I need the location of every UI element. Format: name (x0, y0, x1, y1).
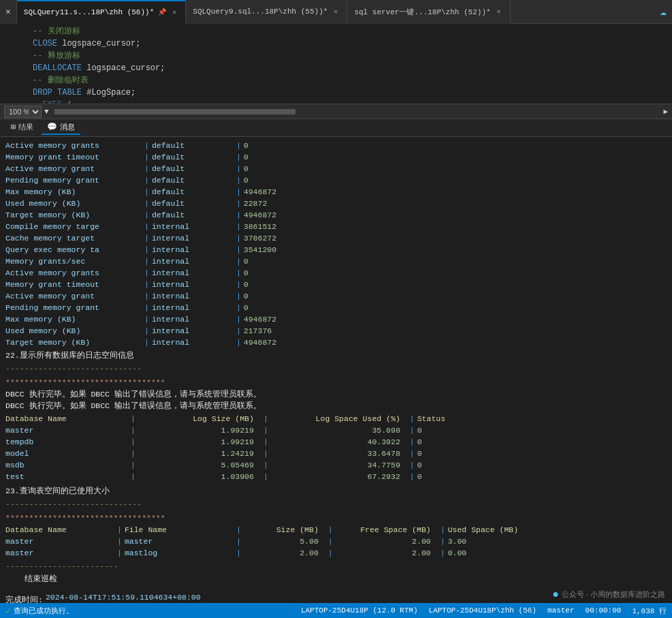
log-size-model: 1.24219 (138, 448, 261, 459)
tab-query9-close[interactable]: ✕ (332, 7, 340, 16)
tab-sqlserver-label: sql server一键...18P\zhh (52))* (354, 7, 490, 17)
editor-area[interactable]: -- 关闭游标 CLOSE logspace_cursor; -- 释放游标 D… (0, 24, 672, 104)
code-text-drop: #LogSpace; (82, 87, 135, 99)
code-keyword-close: CLOSE (33, 37, 57, 50)
col-pool: internal (152, 279, 234, 290)
space-row-master-data: master | master | 5.00 | 2.00 | 3.00 (5, 536, 667, 547)
code-keyword-exec: EXEC (42, 99, 62, 104)
space-hdr-used: Used Space (MB) (448, 524, 519, 536)
editor-line-6: DROP TABLE #LogSpace; (0, 87, 672, 99)
space-hdr-free: Free Space (MB) (336, 524, 438, 536)
col-pool: internal (152, 290, 234, 302)
table-row: Active memory grant | internal | 0 (5, 290, 667, 302)
col-val: 4946872 (244, 313, 276, 325)
col-pool: internal (152, 221, 234, 232)
col-val: 0 (244, 174, 249, 186)
section23-stars: ********************************** (5, 512, 667, 524)
log-size-master: 1.99219 (138, 424, 261, 436)
col-pool: internal (152, 267, 234, 279)
watermark-text: 公众号 · 小周的数据库进阶之路 (562, 589, 665, 600)
log-used-master: 35.098 (271, 424, 407, 436)
line-num-5 (5, 74, 25, 87)
code-keyword-deallocate: DEALLOCATE (33, 62, 82, 74)
space-file-master: master (125, 536, 234, 547)
section23-label: 23.查询表空间的已使用大小 (5, 484, 667, 498)
tab-query9-label: SQLQuery9.sql...18P\zhh (55))* (193, 7, 327, 16)
col-pool: default (152, 209, 234, 221)
col-pool: internal (152, 337, 234, 348)
section22-divider: ----------------------------- (5, 362, 667, 374)
tab-query11-close[interactable]: ✕ (170, 7, 178, 17)
col-pool: internal (152, 232, 234, 244)
table-row: Pending memory grant | default | 0 (5, 174, 667, 186)
editor-line-5: -- 删除临时表 (0, 74, 672, 87)
tab-results-label: 结果 (18, 122, 33, 132)
status-db: master (547, 606, 575, 615)
col-pool: default (152, 174, 234, 186)
table-row: Cache memory target | internal | 3786272 (5, 232, 667, 244)
code-text-deallocate: logspace_cursor; (82, 62, 165, 74)
col-val: 0 (244, 279, 249, 290)
tab-results[interactable]: ⊞ 结果 (5, 121, 39, 135)
scrollbar-thumb[interactable] (54, 109, 296, 114)
code-comment-2: -- 释放游标 (33, 50, 80, 62)
code-text-faded: ( (62, 99, 71, 104)
space-free-master: 2.00 (336, 536, 438, 547)
col-name: Used memory (KB) (5, 325, 142, 337)
col-name: Memory grants/sec (5, 256, 142, 267)
col-val: 3541200 (244, 244, 276, 256)
results-area[interactable]: Active memory grants | default | 0 Memor… (0, 137, 672, 618)
log-status-master: 0 (417, 424, 422, 436)
status-bar: ✓ 查询已成功执行。 LAPTOP-25D4U18P (12.0 RTM) LA… (0, 603, 672, 618)
scroll-right-arrow[interactable]: ▶ (663, 107, 668, 116)
line-num-1 (5, 25, 25, 37)
log-row-master: master | 1.99219 | 35.098 | 0 (5, 424, 667, 436)
log-row-test: test | 1.03906 | 67.2932 | 0 (5, 471, 667, 482)
tab-query11-label: SQLQuery11.s...18P\zhh (56))* (24, 8, 154, 16)
tab-query11[interactable]: SQLQuery11.s...18P\zhh (56))* 📌 ✕ (17, 0, 186, 24)
tab-query9[interactable]: SQLQuery9.sql...18P\zhh (55))* ✕ (186, 0, 347, 24)
table-row: Used memory (KB) | default | 22872 (5, 198, 667, 209)
table-row: Query exec memory ta | internal | 354120… (5, 244, 667, 256)
space-hdr-file: File Name (125, 524, 234, 536)
tab-sqlserver[interactable]: sql server一键...18P\zhh (52))* ✕ (347, 0, 510, 24)
col-name: Memory grant timeout (5, 279, 142, 290)
col-name: Pending memory grant (5, 174, 142, 186)
space-free-mastlog: 2.00 (336, 547, 438, 559)
end-label-row: 结束巡检 (5, 572, 667, 586)
log-db-test: test (5, 471, 128, 482)
tab-close-btn[interactable]: ✕ (0, 0, 17, 24)
col-pool: default (152, 198, 234, 209)
tab-sqlserver-close[interactable]: ✕ (495, 7, 503, 16)
col-name: Pending memory grant (5, 302, 142, 313)
col-val: 0 (244, 290, 249, 302)
tab-messages[interactable]: 💬 消息 (42, 121, 80, 135)
zoom-select[interactable]: 100 % (4, 106, 42, 118)
messages-icon: 💬 (47, 122, 57, 132)
line-num-3 (5, 50, 25, 62)
results-grid-icon: ⊞ (11, 122, 16, 132)
col-name: Query exec memory ta (5, 244, 142, 256)
check-icon: ✓ (5, 605, 11, 617)
col-name: Active memory grant (5, 290, 142, 302)
log-row-model: model | 1.24219 | 33.6478 | 0 (5, 448, 667, 459)
col-name: Active memory grants (5, 267, 142, 279)
log-status-test: 0 (417, 471, 422, 482)
tab-pin-icon: 📌 (158, 8, 166, 16)
tab-bar-right: ☁ (660, 5, 672, 18)
table-row: Target memory (KB) | internal | 4946872 (5, 337, 667, 348)
col-val: 22872 (244, 198, 268, 209)
zoom-arrow[interactable]: ▼ (44, 108, 49, 116)
dbcc-msg1: DBCC 执行完毕。如果 DBCC 输出了错误信息，请与系统管理员联系。 (5, 388, 667, 400)
table-row: Max memory (KB) | internal | 4946872 (5, 313, 667, 325)
close-tab-icon: ✕ (5, 6, 11, 17)
table-row: Active memory grants | internal | 0 (5, 267, 667, 279)
col-val: 3786272 (244, 232, 276, 244)
log-row-tempdb: tempdb | 1.99219 | 40.3922 | 0 (5, 436, 667, 448)
results-tabs: ⊞ 结果 💬 消息 (0, 119, 672, 137)
section22-stars: ********************************** (5, 377, 667, 388)
col-pool: internal (152, 256, 234, 267)
col-name: Compile memory targe (5, 221, 142, 232)
log-size-test: 1.03906 (138, 471, 261, 482)
line-num-6 (5, 87, 25, 99)
